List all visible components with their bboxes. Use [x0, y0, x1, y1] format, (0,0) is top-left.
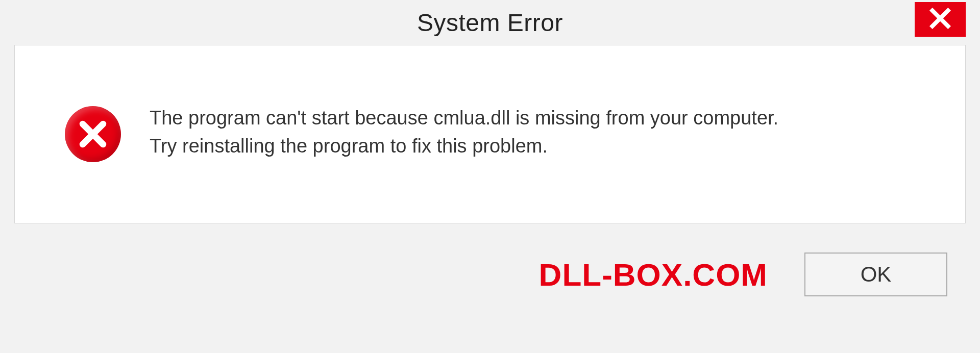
- content-panel: The program can't start because cmlua.dl…: [14, 45, 966, 223]
- error-message-line-2: Try reinstalling the program to fix this…: [150, 132, 778, 160]
- error-message: The program can't start because cmlua.dl…: [121, 104, 778, 164]
- close-icon: [928, 7, 952, 32]
- ok-button[interactable]: OK: [804, 253, 947, 296]
- window-title: System Error: [417, 9, 563, 37]
- watermark-text: DLL-BOX.COM: [539, 257, 768, 293]
- error-message-line-1: The program can't start because cmlua.dl…: [150, 104, 778, 132]
- error-icon: [65, 106, 121, 162]
- footer: DLL-BOX.COM OK: [14, 223, 966, 325]
- titlebar: System Error: [0, 0, 980, 45]
- close-button[interactable]: [915, 2, 966, 37]
